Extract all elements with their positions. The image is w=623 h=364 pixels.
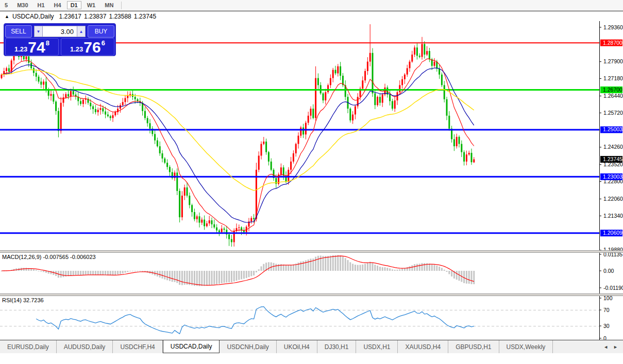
svg-text:1.27180: 1.27180	[603, 75, 623, 81]
svg-text:1.29360: 1.29360	[603, 24, 623, 30]
timeframe-button-h4[interactable]: H4	[50, 1, 65, 9]
tab-scroll-right-icon[interactable]: ►	[613, 344, 618, 350]
buy-price-prefix: 1.23	[70, 45, 83, 53]
chart-tab-usdx-h1[interactable]: USDX,H1	[356, 340, 398, 353]
buy-price-pip: 6	[102, 39, 105, 47]
buy-price-display[interactable]: 1.23 76 6	[61, 38, 114, 56]
svg-text:1.27900: 1.27900	[603, 58, 623, 64]
chart-tab-usdchf-h4[interactable]: USDCHF,H4	[113, 340, 162, 353]
svg-text:1.24260: 1.24260	[603, 144, 623, 150]
chart-tab-ukoil-h4[interactable]: UKOil,H4	[277, 340, 317, 353]
macd-pane-splitter[interactable]	[0, 250, 623, 253]
svg-text:70: 70	[603, 307, 610, 313]
svg-text:1.20609: 1.20609	[603, 230, 622, 236]
chart-title-row: ▲ USDCAD,Daily 1.236171.238371.235881.23…	[0, 12, 159, 21]
price-axis[interactable]: 1.293601.279001.271801.264401.257201.242…	[599, 21, 623, 341]
toolbar-divider	[121, 2, 122, 9]
chart-tab-usdcnh-daily[interactable]: USDCNH,Daily	[220, 340, 276, 353]
one-click-panel-toggle-icon[interactable]: ▲	[5, 14, 9, 19]
timeframe-button-mn[interactable]: MN	[101, 1, 117, 9]
sell-button[interactable]: SELL	[5, 25, 32, 38]
rsi-canvas[interactable]	[0, 296, 599, 340]
svg-text:1.21340: 1.21340	[603, 213, 623, 219]
svg-text:1.25720: 1.25720	[603, 110, 623, 116]
rsi-pane-splitter[interactable]	[0, 293, 623, 296]
svg-text:1.22060: 1.22060	[603, 196, 623, 202]
chart-tab-eurusd-daily[interactable]: EURUSD,Daily	[0, 340, 57, 353]
chart-tab-xauusd-h4[interactable]: XAUUSD,H4	[398, 340, 448, 353]
sell-price-display[interactable]: 1.23 74 8	[5, 38, 59, 56]
macd-indicator-label: MACD(12,26,9) -0.007565 -0.006023	[2, 254, 96, 260]
svg-text:-0.011904: -0.011904	[603, 285, 623, 291]
chart-tab-audusd-daily[interactable]: AUDUSD,Daily	[57, 340, 113, 353]
sell-price-pip: 8	[46, 39, 49, 47]
volume-input[interactable]	[43, 26, 77, 37]
svg-text:1.23003: 1.23003	[603, 174, 622, 180]
chart-tab-bar: EURUSD,DailyAUDUSD,DailyUSDCHF,H4USDCAD,…	[0, 340, 623, 353]
svg-text:1.28700: 1.28700	[603, 40, 622, 46]
volume-increase-button[interactable]: ▲	[77, 26, 86, 37]
mt4-window: 5M30H1H4D1W1MN ▲ USDCAD,Daily 1.236171.2…	[0, 0, 623, 364]
buy-button[interactable]: BUY	[88, 25, 114, 38]
svg-text:1.25003: 1.25003	[603, 126, 622, 132]
chart-tab-usdcad-daily[interactable]: USDCAD,Daily	[163, 340, 220, 353]
svg-text:0.00: 0.00	[603, 268, 614, 274]
timeframe-button-h1[interactable]: H1	[34, 1, 48, 9]
chart-symbol-title: USDCAD,Daily	[12, 13, 54, 20]
chart-tab-dj30-h1[interactable]: DJ30,H1	[317, 340, 357, 353]
timeframe-button-w1[interactable]: W1	[83, 1, 99, 9]
svg-text:30: 30	[603, 323, 610, 329]
timeframe-toolbar: 5M30H1H4D1W1MN	[0, 0, 623, 11]
sell-price-main: 74	[28, 40, 45, 55]
buy-price-main: 76	[83, 40, 100, 55]
rsi-indicator-label: RSI(14) 32.7236	[2, 297, 44, 303]
volume-decrease-button[interactable]: ▼	[34, 26, 43, 37]
chart-tab-usdx-weekly[interactable]: USDX,Weekly	[499, 340, 553, 353]
chart-window: ▲ USDCAD,Daily 1.236171.238371.235881.23…	[0, 11, 623, 351]
svg-text:1.23745: 1.23745	[603, 156, 622, 162]
tab-scroll-left-icon[interactable]: ◄	[603, 344, 608, 350]
timeframe-button-d1[interactable]: D1	[67, 1, 81, 9]
timeframe-button-5[interactable]: 5	[1, 1, 11, 9]
one-click-trading-panel: SELL ▼ ▲ BUY 1.23 74 8 1.23 76 6	[4, 23, 116, 56]
svg-text:1.26700: 1.26700	[603, 86, 622, 93]
chart-tab-gbpusd-h1[interactable]: GBPUSD,H1	[448, 340, 499, 353]
timeframe-button-m30[interactable]: M30	[13, 1, 31, 9]
svg-text:1.26440: 1.26440	[603, 93, 623, 99]
chart-ohlc-values: 1.236171.238371.235881.23745	[59, 13, 159, 20]
sell-price-prefix: 1.23	[14, 45, 27, 53]
